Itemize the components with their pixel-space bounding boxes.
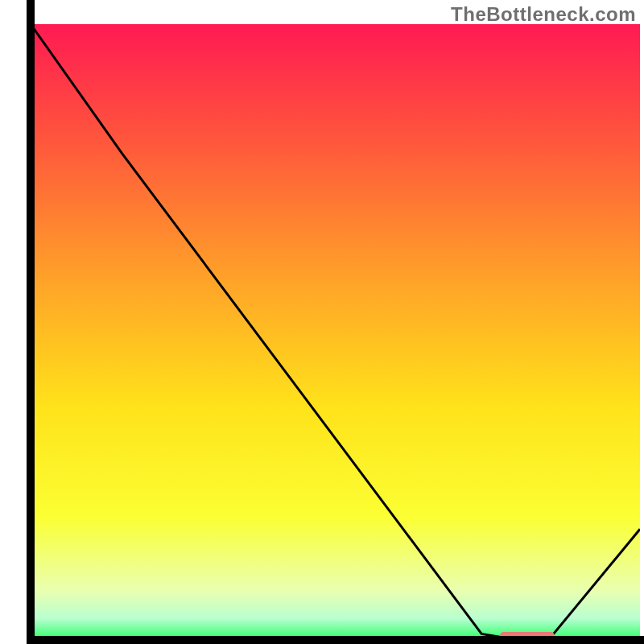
chart-frame: TheBottleneck.com	[0, 0, 644, 644]
chart-background-gradient	[31, 24, 640, 640]
watermark-label: TheBottleneck.com	[451, 3, 636, 26]
chart-svg	[0, 0, 644, 644]
